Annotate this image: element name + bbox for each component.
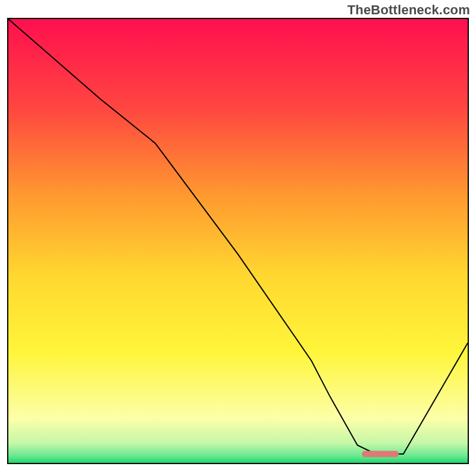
watermark-text: TheBottleneck.com — [347, 2, 470, 18]
optimal-band-marker — [8, 19, 468, 463]
chart-plot-area — [7, 18, 469, 464]
svg-rect-1 — [362, 451, 399, 457]
